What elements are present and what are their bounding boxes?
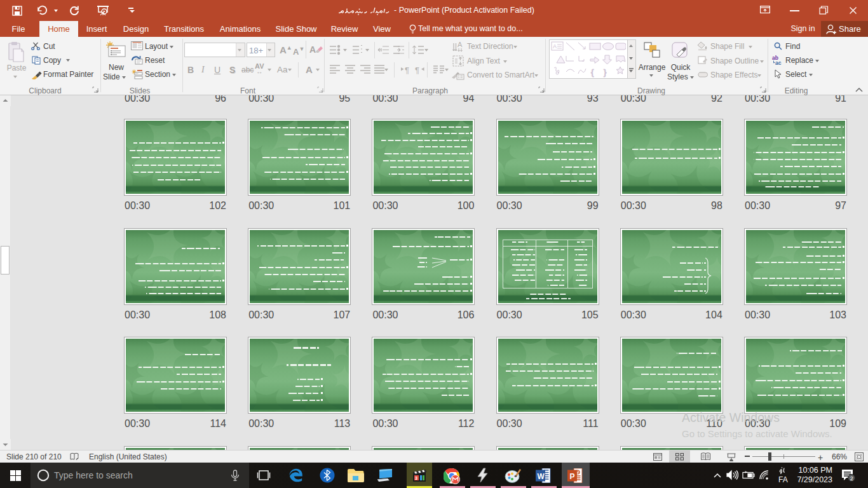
svg-text:ac: ac xyxy=(775,60,782,65)
svg-text:¶: ¶ xyxy=(415,65,419,75)
svg-text:P: P xyxy=(570,472,575,481)
svg-text:}: } xyxy=(604,67,607,77)
svg-text:A: A xyxy=(458,41,463,48)
svg-text:{: { xyxy=(591,67,594,77)
svg-text:2: 2 xyxy=(850,475,853,482)
svg-text:¶: ¶ xyxy=(405,65,409,75)
svg-text:A: A xyxy=(553,43,557,50)
svg-text:W: W xyxy=(538,472,545,481)
svg-text:3: 3 xyxy=(415,476,417,480)
